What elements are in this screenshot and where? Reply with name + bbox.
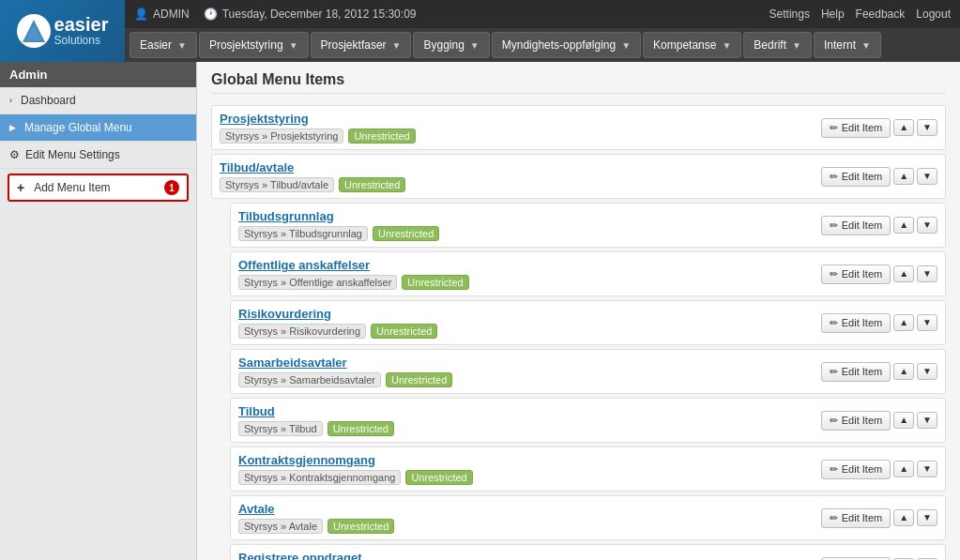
sidebar-item-add-menu-item[interactable]: + Add Menu Item 1 [8,174,189,202]
menu-item-left-tilbudsgrunnlag: Tilbudsgrunnlag Styrsys » Tilbudsgrunnla… [238,209,821,241]
menu-item-title-tilbudsgrunnlag[interactable]: Tilbudsgrunnlag [238,209,821,223]
manage-menu-arrow-icon: ▶ [9,123,16,132]
meta-path-offentlige-anskaffelser: Styrsys » Offentlige anskaffelser [238,275,397,290]
menu-item-title-risikovurdering[interactable]: Risikovurdering [238,307,821,321]
move-up-button-tilbudsgrunnlag[interactable]: ▲ [893,217,914,234]
menu-item-left-tilbud: Tilbud Styrsys » Tilbud Unrestricted [238,404,821,436]
gear-icon: ⚙ [9,148,20,161]
move-down-button-offentlige-anskaffelser[interactable]: ▼ [917,265,937,282]
meta-badge-tilbud: Unrestricted [328,421,394,436]
menu-item-title-tilbud-avtale[interactable]: Tilbud/avtale [220,160,821,174]
meta-badge-samarbeidsavtaler: Unrestricted [386,372,452,387]
edit-label: Edit Item [842,463,882,475]
menu-item-row-samarbeidsavtaler: Samarbeidsavtaler Styrsys » Samarbeidsav… [230,349,946,394]
menu-item-right-prosjektstyring: ✏ Edit Item ▲ ▼ [821,118,937,138]
menu-item-meta-offentlige-anskaffelser: Styrsys » Offentlige anskaffelser Unrest… [238,275,821,290]
menu-item-left-registrere-oppdraget: Registrere oppdraget Styrsys » Registrer… [238,551,821,560]
edit-item-button-risikovurdering[interactable]: ✏ Edit Item [821,313,891,333]
help-link[interactable]: Help [821,8,845,21]
pencil-icon: ✏ [830,512,838,524]
nav-bygging-label: Bygging [423,38,464,52]
logout-link[interactable]: Logout [916,8,951,21]
sidebar: Admin › Dashboard ▶ Manage Global Menu ⚙… [0,62,197,560]
nav-internt-label: Internt [824,38,856,52]
menu-item-meta-samarbeidsavtaler: Styrsys » Samarbeidsavtaler Unrestricted [238,372,821,387]
move-up-button-avtale[interactable]: ▲ [893,509,914,526]
move-up-button-tilbud[interactable]: ▲ [893,412,914,429]
menu-item-meta-kontraktsgjennomgang: Styrsys » Kontraktsgjennomgang Unrestric… [238,470,821,485]
move-down-button-kontraktsgjennomgang[interactable]: ▼ [917,461,937,477]
menu-item-row-tilbud-avtale: Tilbud/avtale Styrsys » Tilbud/avtale Un… [211,154,946,199]
nav-kompetanse[interactable]: Kompetanse ▼ [643,32,741,58]
admin-label: ADMIN [153,8,190,21]
move-down-button-tilbudsgrunnlag[interactable]: ▼ [917,217,937,234]
feedback-link[interactable]: Feedback [856,8,906,21]
clock-icon: 🕐 [204,8,218,21]
move-up-button-risikovurdering[interactable]: ▲ [893,314,914,331]
nav-myndighets-label: Myndighets-oppfølging [502,38,616,52]
move-up-button-prosjektstyring[interactable]: ▲ [893,119,914,136]
settings-link[interactable]: Settings [770,8,810,21]
nav-prosjektstyring-label: Prosjektstyring [209,38,283,52]
edit-item-button-tilbud-avtale[interactable]: ✏ Edit Item [821,167,891,187]
add-menu-badge: 1 [164,180,179,195]
edit-item-button-tilbud[interactable]: ✏ Edit Item [821,411,891,431]
move-up-button-kontraktsgjennomgang[interactable]: ▲ [893,461,914,477]
move-down-button-samarbeidsavtaler[interactable]: ▼ [917,363,937,380]
sidebar-dashboard-label: Dashboard [21,94,76,107]
nav-bygging[interactable]: Bygging ▼ [413,32,489,58]
move-down-button-prosjektstyring[interactable]: ▼ [917,119,937,136]
meta-path-samarbeidsavtaler: Styrsys » Samarbeidsavtaler [238,372,381,387]
edit-label: Edit Item [842,171,882,182]
nav-easier[interactable]: Easier ▼ [130,32,197,58]
meta-path-kontraktsgjennomgang: Styrsys » Kontraktsgjennomgang [238,470,401,485]
sidebar-item-edit-menu-settings[interactable]: ⚙ Edit Menu Settings [0,142,196,169]
sidebar-header: Admin [0,62,196,87]
nav-myndighets[interactable]: Myndighets-oppfølging ▼ [492,32,641,58]
pencil-icon: ✏ [830,171,838,183]
nav-prosjektfaser-arrow: ▼ [392,40,402,51]
edit-item-button-prosjektstyring[interactable]: ✏ Edit Item [821,118,891,138]
edit-item-button-avtale[interactable]: ✏ Edit Item [821,508,891,528]
move-up-button-samarbeidsavtaler[interactable]: ▲ [893,363,914,380]
nav-easier-label: Easier [140,38,172,52]
menu-item-title-registrere-oppdraget[interactable]: Registrere oppdraget [238,551,821,560]
edit-label: Edit Item [842,122,882,133]
move-down-button-risikovurdering[interactable]: ▼ [917,314,937,331]
datetime-section: 🕐 Tuesday, December 18, 2012 15:30:09 [204,8,417,21]
nav-prosjektstyring[interactable]: Prosjektstyring ▼ [199,32,309,58]
menu-item-meta-risikovurdering: Styrsys » Risikovurdering Unrestricted [238,324,821,339]
menu-item-title-avtale[interactable]: Avtale [238,502,821,516]
menu-item-row-offentlige-anskaffelser: Offentlige anskaffelser Styrsys » Offent… [230,251,946,296]
edit-item-button-offentlige-anskaffelser[interactable]: ✏ Edit Item [821,265,891,284]
menu-item-title-kontraktsgjennomgang[interactable]: Kontraktsgjennomgang [238,453,821,467]
move-down-button-tilbud[interactable]: ▼ [917,412,937,429]
menu-item-left-offentlige-anskaffelser: Offentlige anskaffelser Styrsys » Offent… [238,258,821,290]
admin-section: 👤 ADMIN [134,8,190,21]
menu-item-title-tilbud[interactable]: Tilbud [238,404,821,418]
edit-item-button-samarbeidsavtaler[interactable]: ✏ Edit Item [821,362,891,382]
pencil-icon: ✏ [830,463,838,476]
nav-bedrift[interactable]: Bedrift ▼ [743,32,812,58]
sidebar-item-manage-global-menu[interactable]: ▶ Manage Global Menu [0,114,196,142]
move-up-button-tilbud-avtale[interactable]: ▲ [893,168,914,185]
menu-item-row-avtale: Avtale Styrsys » Avtale Unrestricted ✏ E… [230,495,946,540]
menu-item-title-prosjektstyring[interactable]: Prosjektstyring [220,112,821,126]
sidebar-edit-settings-label: Edit Menu Settings [25,148,120,161]
move-up-button-offentlige-anskaffelser[interactable]: ▲ [893,265,914,282]
edit-item-button-registrere-oppdraget[interactable]: ✏ Edit Item [821,557,891,561]
nav-prosjektfaser-label: Prosjektfaser [321,38,387,52]
move-down-button-tilbud-avtale[interactable]: ▼ [917,168,937,185]
menu-item-left-risikovurdering: Risikovurdering Styrsys » Risikovurderin… [238,307,821,339]
edit-item-button-tilbudsgrunnlag[interactable]: ✏ Edit Item [821,216,891,235]
menu-item-title-offentlige-anskaffelser[interactable]: Offentlige anskaffelser [238,258,821,272]
sidebar-item-dashboard[interactable]: › Dashboard [0,87,196,114]
nav-prosjektfaser[interactable]: Prosjektfaser ▼ [311,32,412,58]
menu-item-row-risikovurdering: Risikovurdering Styrsys » Risikovurderin… [230,300,946,345]
move-down-button-avtale[interactable]: ▼ [917,509,937,526]
edit-item-button-kontraktsgjennomgang[interactable]: ✏ Edit Item [821,460,891,479]
menu-item-title-samarbeidsavtaler[interactable]: Samarbeidsavtaler [238,356,821,370]
menu-item-row-kontraktsgjennomgang: Kontraktsgjennomgang Styrsys » Kontrakts… [230,446,946,492]
nav-internt[interactable]: Internt ▼ [814,32,881,58]
sidebar-add-menu-label: Add Menu Item [34,181,110,194]
